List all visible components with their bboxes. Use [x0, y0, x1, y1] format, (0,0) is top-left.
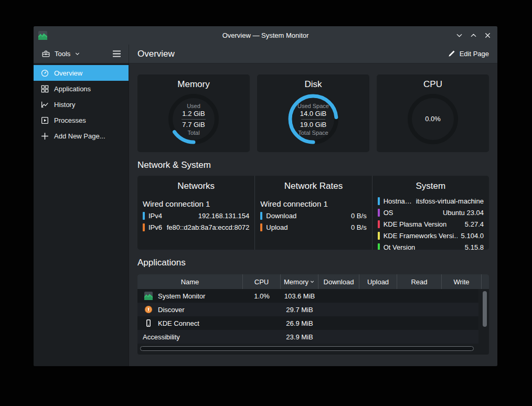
header-row: Tools Overview Edit Page — [34, 45, 497, 63]
disk-total-label: Total Space — [298, 129, 328, 136]
toolbox-icon — [41, 49, 50, 58]
memory-used-value: 1.2 GiB — [182, 110, 205, 118]
hamburger-menu-button[interactable] — [112, 50, 121, 58]
network-system-card: Networks Wired connection 1 IPv4 192.168… — [137, 176, 489, 250]
column-header-name[interactable]: Name — [137, 274, 243, 289]
app-memory: 23.9 MiB — [281, 333, 318, 341]
plus-icon — [40, 132, 49, 141]
ipv6-row: IPv6 fe80::d2ab:8a7a:eccd:8072 — [143, 221, 249, 233]
applications-table: Name CPU Memory Download Upload Read Wri… — [137, 274, 489, 355]
plasma-version-value: 5.27.4 — [465, 220, 484, 228]
maximize-button[interactable] — [469, 31, 478, 40]
sidebar-item-overview[interactable]: Overview — [34, 65, 129, 81]
memory-total-label: Total — [187, 129, 199, 136]
titlebar[interactable]: Overview — System Monitor — [34, 26, 497, 45]
vertical-scrollbar[interactable] — [483, 291, 487, 327]
chart-line-icon — [40, 100, 49, 109]
system-info-rows: Hostna… itsfoss-virtual-machine OS Ubunt… — [378, 195, 484, 250]
minimize-button[interactable] — [454, 31, 464, 40]
table-row-discover[interactable]: Discover 29.7 MiB — [137, 303, 478, 316]
app-name: Discover — [158, 306, 185, 314]
cpu-gauge: 0.0% — [406, 92, 460, 146]
column-header-cpu[interactable]: CPU — [243, 274, 281, 289]
frameworks-version-label: KDE Frameworks Versi… — [384, 232, 457, 240]
sidebar-item-label: History — [54, 101, 75, 109]
app-cpu: 1.0% — [243, 292, 281, 300]
ipv6-value: fe80::d2ab:8a7a:eccd:8072 — [167, 223, 250, 231]
sidebar-header: Tools — [34, 45, 129, 63]
column-header-download[interactable]: Download — [318, 274, 359, 289]
app-name: KDE Connect — [158, 319, 199, 327]
sidebar: Overview Applications History — [34, 63, 129, 366]
applications-section-title: Applications — [137, 258, 489, 268]
disk-gauge: Used Space 14.0 GiB 19.0 GiB Total Space — [286, 92, 341, 146]
sidebar-item-history[interactable]: History — [34, 97, 129, 112]
qt-version-label: Qt Version — [384, 243, 416, 250]
app-name: Accessibility — [143, 333, 180, 341]
column-header-write[interactable]: Write — [442, 274, 482, 289]
system-title: System — [378, 181, 484, 191]
networks-connection-name: Wired connection 1 — [143, 199, 249, 208]
sort-descending-icon — [310, 279, 315, 284]
system-monitor-window: Overview — System Monitor — [34, 26, 497, 366]
sidebar-item-label: Applications — [54, 85, 91, 93]
sidebar-item-label: Overview — [54, 69, 82, 77]
speedometer-icon — [40, 69, 49, 78]
discover-icon — [144, 305, 153, 314]
sidebar-item-applications[interactable]: Applications — [34, 81, 129, 97]
memory-total-value: 7.7 GiB — [182, 121, 205, 129]
ipv6-label: IPv6 — [148, 223, 162, 231]
sensor-color-bar — [143, 212, 145, 220]
network-system-section-title: Network & System — [137, 160, 489, 170]
memory-used-label: Used — [187, 102, 200, 110]
ipv4-value: 192.168.131.154 — [198, 212, 250, 220]
tools-label: Tools — [55, 50, 70, 58]
horizontal-scrollbar[interactable] — [140, 346, 474, 351]
applications-table-body: System Monitor 1.0% 103.6 MiB — [137, 289, 489, 344]
networks-title: Networks — [143, 181, 249, 191]
plasma-version-row: KDE Plasma Version 5.27.4 — [378, 218, 484, 230]
fraction-divider — [301, 119, 325, 120]
fraction-divider — [182, 119, 206, 120]
disk-card-title: Disk — [257, 79, 369, 90]
pencil-icon — [448, 50, 455, 58]
plasma-version-label: KDE Plasma Version — [384, 220, 447, 228]
sidebar-item-processes[interactable]: Processes — [34, 112, 129, 128]
column-header-upload[interactable]: Upload — [359, 274, 397, 289]
gauge-cards: Memory Used 1.2 GiB 7.7 GiB — [137, 74, 489, 152]
download-value: 0 B/s — [351, 212, 367, 220]
desktop-background: Overview — System Monitor — [0, 0, 532, 406]
grid-icon — [40, 84, 49, 93]
column-header-memory[interactable]: Memory — [281, 274, 318, 289]
table-row-kde-connect[interactable]: KDE Connect 26.9 MiB — [137, 316, 478, 330]
ipv4-row: IPv4 192.168.131.154 — [143, 210, 249, 221]
upload-row: Upload 0 B/s — [260, 221, 366, 233]
sensor-color-bar — [143, 223, 145, 231]
table-row-accessibility[interactable]: Accessibility 23.9 MiB — [137, 330, 478, 344]
table-row-system-monitor[interactable]: System Monitor 1.0% 103.6 MiB — [137, 289, 478, 303]
sensor-color-bar — [378, 209, 380, 217]
frameworks-version-row: KDE Frameworks Versi… 5.104.0 — [378, 230, 484, 241]
close-button[interactable] — [483, 31, 492, 40]
applications-table-header: Name CPU Memory Download Upload Read Wri… — [137, 274, 489, 289]
upload-label: Upload — [266, 223, 288, 231]
edit-page-button[interactable]: Edit Page — [448, 50, 489, 58]
tools-menu-button[interactable]: Tools — [41, 49, 80, 58]
cpu-usage-value: 0.0% — [425, 115, 441, 123]
app-memory: 103.6 MiB — [281, 292, 318, 300]
page-title: Overview — [137, 49, 175, 59]
page-header: Overview Edit Page — [129, 45, 497, 63]
column-header-read[interactable]: Read — [397, 274, 442, 289]
sidebar-item-label: Processes — [54, 116, 86, 124]
sidebar-item-add-new-page[interactable]: Add New Page... — [34, 128, 129, 144]
system-column: System Hostna… itsfoss-virtual-machine O… — [372, 176, 489, 250]
window-title: Overview — System Monitor — [34, 31, 497, 39]
os-value: Ubuntu 23.04 — [443, 209, 484, 217]
hostname-label: Hostna… — [384, 197, 412, 205]
edit-page-label: Edit Page — [460, 50, 489, 58]
networks-column: Networks Wired connection 1 IPv4 192.168… — [137, 176, 254, 250]
download-row: Download 0 B/s — [260, 210, 366, 221]
disk-total-value: 19.0 GiB — [300, 121, 327, 129]
disk-card: Disk Used Space 14.0 GiB 19.0 GiB — [257, 74, 369, 152]
os-row: OS Ubuntu 23.04 — [378, 207, 484, 218]
